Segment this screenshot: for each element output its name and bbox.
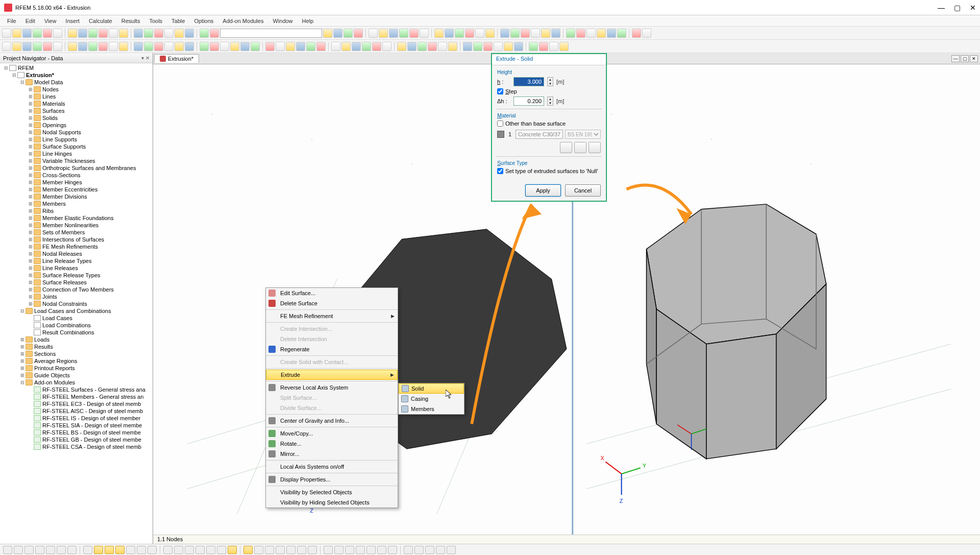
status-button[interactable] xyxy=(404,546,413,554)
tree-item[interactable]: ⊞Joints xyxy=(1,293,152,300)
status-button[interactable] xyxy=(163,546,173,554)
tree-item[interactable]: ⊞Line Supports xyxy=(1,136,152,143)
tree-item[interactable]: ⊟Extrusion* xyxy=(1,71,152,79)
toolbar-button[interactable] xyxy=(445,29,454,38)
toolbar-button[interactable] xyxy=(549,42,558,51)
status-button[interactable] xyxy=(126,546,135,554)
toolbar-button[interactable] xyxy=(210,42,219,51)
status-button[interactable] xyxy=(195,546,205,554)
tree-item[interactable]: RF-STEEL Members - General stress an xyxy=(1,393,152,400)
tree-item[interactable]: ⊞Line Hinges xyxy=(1,150,152,157)
tree-item[interactable]: ⊞Results xyxy=(1,343,152,350)
toolbar-button[interactable] xyxy=(78,42,87,51)
toolbar-button[interactable] xyxy=(164,42,174,51)
tree-item[interactable]: ⊞Openings xyxy=(1,122,152,129)
tree-item[interactable]: RF-STEEL Surfaces - General stress ana xyxy=(1,386,152,393)
menu-file[interactable]: File xyxy=(3,17,20,25)
toolbar-button[interactable] xyxy=(539,42,548,51)
tree-item[interactable]: Load Cases xyxy=(1,315,152,322)
tree-item[interactable]: ⊞Solids xyxy=(1,114,152,122)
menu-edit[interactable]: Edit xyxy=(21,17,39,25)
status-button[interactable] xyxy=(46,546,55,554)
menu-results[interactable]: Results xyxy=(117,17,144,25)
ctx-regenerate[interactable]: Regenerate xyxy=(266,344,398,354)
toolbar-button[interactable] xyxy=(389,29,398,38)
toolbar-button[interactable] xyxy=(448,42,457,51)
ctx-delete-surface[interactable]: Delete Surface xyxy=(266,298,398,308)
toolbar-button[interactable] xyxy=(510,29,520,38)
toolbar-button[interactable] xyxy=(607,29,616,38)
toolbar-button[interactable] xyxy=(12,29,21,38)
tree-item[interactable]: Result Combinations xyxy=(1,329,152,336)
toolbar-button[interactable] xyxy=(296,42,305,51)
status-button[interactable] xyxy=(356,546,365,554)
menu-view[interactable]: View xyxy=(40,17,61,25)
tree-item[interactable]: ⊞Nodes xyxy=(1,86,152,93)
toolbar-button[interactable] xyxy=(109,42,118,51)
status-button[interactable] xyxy=(308,546,317,554)
tree-item[interactable]: ⊞Surface Releases xyxy=(1,279,152,286)
toolbar-button[interactable] xyxy=(372,42,381,51)
ctx-reverse-local-axis-system[interactable]: Reverse Local Axis System xyxy=(266,382,398,393)
toolbar-button[interactable] xyxy=(88,42,97,51)
view-min-icon[interactable]: — xyxy=(951,55,960,62)
navigator-close-icon[interactable]: ▾ ✕ xyxy=(141,55,150,61)
tree-item[interactable]: ⊞Nodal Supports xyxy=(1,129,152,136)
tree-item[interactable]: ⊞Intersections of Surfaces xyxy=(1,236,152,243)
toolbar-button[interactable] xyxy=(185,29,194,38)
toolbar-button[interactable] xyxy=(559,42,569,51)
toolbar-button[interactable] xyxy=(632,29,641,38)
status-button[interactable] xyxy=(436,546,445,554)
toolbar-button[interactable] xyxy=(53,29,62,38)
toolbar-button[interactable] xyxy=(43,29,52,38)
menu-insert[interactable]: Insert xyxy=(61,17,84,25)
toolbar-button[interactable] xyxy=(418,42,427,51)
toolbar-button[interactable] xyxy=(331,42,340,51)
toolbar-button[interactable] xyxy=(164,29,174,38)
menu-window[interactable]: Window xyxy=(268,17,297,25)
status-button[interactable] xyxy=(276,546,285,554)
tree-item[interactable]: ⊟Model Data xyxy=(1,79,152,86)
toolbar-button[interactable] xyxy=(576,29,585,38)
tree-item[interactable]: ⊞Sections xyxy=(1,350,152,357)
tree-item[interactable]: ⊞Lines xyxy=(1,93,152,100)
step-input[interactable] xyxy=(513,96,544,106)
tree-item[interactable]: ⊞Line Releases xyxy=(1,264,152,272)
toolbar-button[interactable] xyxy=(514,42,523,51)
toolbar-button[interactable] xyxy=(154,42,163,51)
tree-item[interactable]: RF-STEEL EC3 - Design of steel memb xyxy=(1,400,152,407)
tree-item[interactable]: RF-STEEL CSA - Design of steel memb xyxy=(1,443,152,450)
tree-item[interactable]: ⊞Surface Supports xyxy=(1,143,152,150)
tree-item[interactable]: ⊟Load Cases and Combinations xyxy=(1,307,152,315)
toolbar-button[interactable] xyxy=(175,42,184,51)
toolbar-button[interactable] xyxy=(586,29,596,38)
tree-item[interactable]: RF-STEEL BS - Design of steel membe xyxy=(1,429,152,436)
tree-item[interactable]: RF-STEEL IS - Design of steel member xyxy=(1,415,152,422)
toolbar-button[interactable] xyxy=(521,29,530,38)
tree-item[interactable]: RF-STEEL GB - Design of steel membe xyxy=(1,436,152,443)
status-button[interactable] xyxy=(206,546,215,554)
toolbar-combo[interactable] xyxy=(220,29,322,38)
toolbar-button[interactable] xyxy=(119,29,128,38)
status-button[interactable] xyxy=(345,546,354,554)
toolbar-button[interactable] xyxy=(99,42,108,51)
toolbar-button[interactable] xyxy=(12,42,21,51)
other-material-checkbox[interactable] xyxy=(497,120,503,127)
toolbar-button[interactable] xyxy=(428,42,437,51)
toolbar-button[interactable] xyxy=(494,42,503,51)
toolbar-button[interactable] xyxy=(465,29,474,38)
toolbar-button[interactable] xyxy=(551,29,560,38)
toolbar-button[interactable] xyxy=(541,29,550,38)
tree-item[interactable]: Load Combinations xyxy=(1,322,152,329)
tree-item[interactable]: ⊞Materials xyxy=(1,100,152,107)
toolbar-button[interactable] xyxy=(144,42,153,51)
ctx-display-properties-[interactable]: Display Properties... xyxy=(266,474,398,485)
height-input[interactable] xyxy=(513,77,544,86)
tree-item[interactable]: ⊞Connection of Two Members xyxy=(1,286,152,293)
tree-item[interactable]: RF-STEEL SIA - Design of steel membe xyxy=(1,422,152,429)
status-button[interactable] xyxy=(447,546,456,554)
tree-item[interactable]: ⊞Members xyxy=(1,200,152,207)
status-button[interactable] xyxy=(24,546,34,554)
toolbar-button[interactable] xyxy=(531,29,540,38)
ctx-local-axis-systems-on-off[interactable]: Local Axis Systems on/off xyxy=(266,462,398,472)
